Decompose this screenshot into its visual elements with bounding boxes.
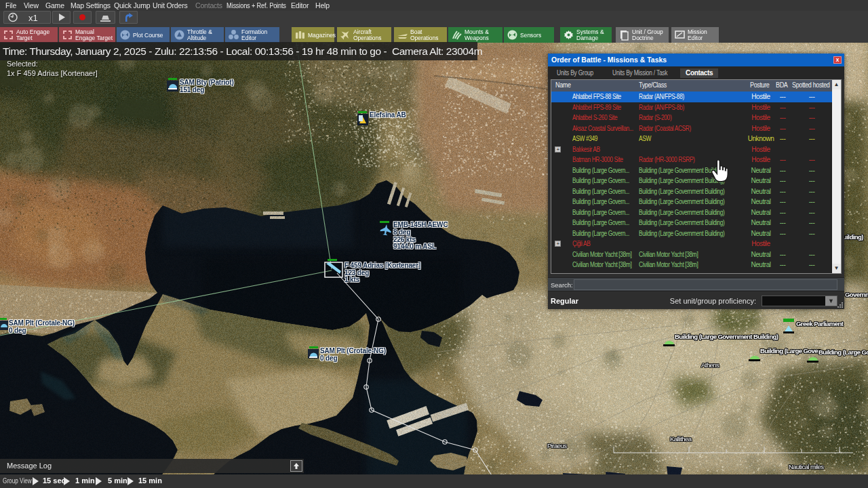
svg-text:x1: x1 (28, 13, 38, 23)
